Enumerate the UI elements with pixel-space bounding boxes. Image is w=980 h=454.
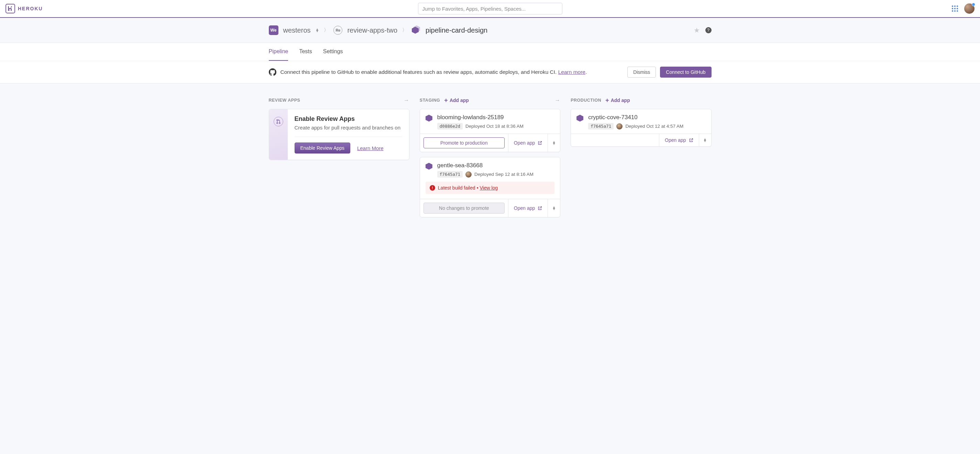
review-apps-column: REVIEW APPS → Enable Review Apps Create … bbox=[269, 97, 409, 222]
column-title: PRODUCTION bbox=[571, 98, 601, 103]
app-meta: f7645a71Deployed Oct 12 at 4:57 AM bbox=[588, 123, 705, 129]
project-icon: Re bbox=[333, 26, 342, 35]
tabs-bar: PipelineTestsSettings bbox=[0, 43, 980, 61]
github-icon bbox=[269, 68, 276, 76]
help-icon[interactable]: ? bbox=[705, 27, 711, 33]
build-failed-alert: !Latest build failed • View log bbox=[426, 182, 554, 194]
logo-text: HEROKU bbox=[18, 6, 43, 11]
column-title: REVIEW APPS bbox=[269, 98, 301, 103]
app-name[interactable]: cryptic-cove-73410 bbox=[588, 114, 705, 121]
staging-column: STAGING + Add app → blooming-lowlands-25… bbox=[420, 97, 560, 222]
app-hexagon-icon bbox=[426, 163, 433, 170]
app-switcher-icon[interactable] bbox=[952, 5, 958, 12]
logo[interactable]: HEROKU bbox=[5, 4, 43, 13]
plus-icon: + bbox=[605, 97, 609, 103]
team-switcher-icon[interactable]: ▲▼ bbox=[315, 29, 319, 32]
column-title: STAGING bbox=[420, 98, 440, 103]
open-app-link[interactable]: Open app bbox=[659, 134, 699, 146]
review-card-subtitle: Create apps for pull requests and branch… bbox=[294, 125, 402, 130]
deployer-avatar bbox=[616, 123, 622, 129]
connect-github-button[interactable]: Connect to GitHub bbox=[660, 67, 711, 78]
app-name[interactable]: gentle-sea-83668 bbox=[437, 162, 554, 169]
commit-sha[interactable]: d0886e2d bbox=[437, 123, 463, 129]
divider bbox=[294, 137, 402, 137]
promote-button[interactable]: Promote to production bbox=[423, 137, 504, 148]
deployed-text: Deployed Sep 12 at 8:16 AM bbox=[474, 172, 533, 177]
star-icon[interactable]: ★ bbox=[694, 26, 700, 34]
pipeline-icon bbox=[412, 27, 421, 34]
app-hexagon-icon bbox=[426, 115, 433, 122]
breadcrumb-pipeline: pipeline-card-design bbox=[426, 27, 487, 34]
deployer-avatar bbox=[465, 171, 472, 178]
promote-button-disabled: No changes to promote bbox=[423, 203, 504, 214]
dismiss-button[interactable]: Dismiss bbox=[627, 67, 656, 78]
team-icon: We bbox=[269, 25, 278, 35]
app-meta: d0886e2dDeployed Oct 18 at 8:36 AM bbox=[437, 123, 554, 129]
learn-more-link[interactable]: Learn more bbox=[558, 69, 585, 75]
tab-pipeline[interactable]: Pipeline bbox=[269, 43, 288, 61]
view-log-link[interactable]: View log bbox=[479, 185, 498, 190]
pipeline-columns: REVIEW APPS → Enable Review Apps Create … bbox=[263, 83, 717, 236]
alert-text: Latest build failed bbox=[438, 185, 476, 190]
banner-text: Connect this pipeline to GitHub to enabl… bbox=[280, 69, 587, 75]
pull-request-icon bbox=[274, 117, 283, 126]
chevron-right-icon: 〉 bbox=[324, 27, 329, 33]
plus-icon: + bbox=[444, 97, 448, 103]
alert-icon: ! bbox=[430, 185, 435, 190]
breadcrumb-bar: We westeros ▲▼ 〉 Re review-apps-two 〉 pi… bbox=[0, 18, 980, 43]
search-wrap bbox=[418, 3, 562, 14]
production-column: PRODUCTION + Add app cryptic-cove-73410f… bbox=[571, 97, 711, 222]
open-app-link[interactable]: Open app bbox=[508, 134, 548, 152]
add-app-link[interactable]: + Add app bbox=[605, 97, 630, 103]
deployed-text: Deployed Oct 18 at 8:36 AM bbox=[465, 124, 523, 129]
learn-more-link[interactable]: Learn More bbox=[357, 145, 383, 151]
app-meta: f7645a71Deployed Sep 12 at 8:16 AM bbox=[437, 171, 554, 178]
arrow-right-icon: → bbox=[404, 97, 409, 103]
open-app-link[interactable]: Open app bbox=[508, 199, 548, 217]
review-card-title: Enable Review Apps bbox=[294, 115, 402, 122]
app-card: cryptic-cove-73410f7645a71Deployed Oct 1… bbox=[571, 109, 711, 147]
breadcrumb-team[interactable]: westeros bbox=[283, 27, 311, 34]
app-hexagon-icon bbox=[576, 115, 584, 122]
app-actions-menu[interactable]: ▲▼ bbox=[547, 199, 560, 217]
app-actions-menu[interactable]: ▲▼ bbox=[699, 134, 711, 146]
github-connect-banner: Connect this pipeline to GitHub to enabl… bbox=[0, 61, 980, 83]
tab-settings[interactable]: Settings bbox=[323, 43, 343, 61]
app-name[interactable]: blooming-lowlands-25189 bbox=[437, 114, 554, 121]
enable-review-apps-button[interactable]: Enable Review Apps bbox=[294, 143, 350, 154]
enable-review-apps-card: Enable Review Apps Create apps for pull … bbox=[269, 109, 409, 160]
deployed-text: Deployed Oct 12 at 4:57 AM bbox=[625, 124, 683, 129]
svg-point-1 bbox=[276, 122, 277, 124]
app-card: gentle-sea-83668f7645a71Deployed Sep 12 … bbox=[420, 157, 560, 217]
app-card: blooming-lowlands-25189d0886e2dDeployed … bbox=[420, 109, 560, 152]
arrow-right-icon: → bbox=[555, 97, 561, 103]
svg-point-0 bbox=[276, 119, 277, 121]
user-avatar[interactable] bbox=[964, 3, 975, 14]
commit-sha[interactable]: f7645a71 bbox=[588, 123, 614, 129]
chevron-right-icon: 〉 bbox=[402, 27, 407, 33]
tab-tests[interactable]: Tests bbox=[299, 43, 312, 61]
add-app-link[interactable]: + Add app bbox=[444, 97, 469, 103]
breadcrumb-project[interactable]: review-apps-two bbox=[347, 27, 397, 34]
svg-point-2 bbox=[279, 122, 280, 124]
search-input[interactable] bbox=[418, 3, 562, 14]
commit-sha[interactable]: f7645a71 bbox=[437, 171, 463, 178]
app-actions-menu[interactable]: ▲▼ bbox=[547, 134, 560, 152]
top-nav: HEROKU bbox=[0, 0, 980, 18]
heroku-logo-icon bbox=[5, 4, 15, 13]
